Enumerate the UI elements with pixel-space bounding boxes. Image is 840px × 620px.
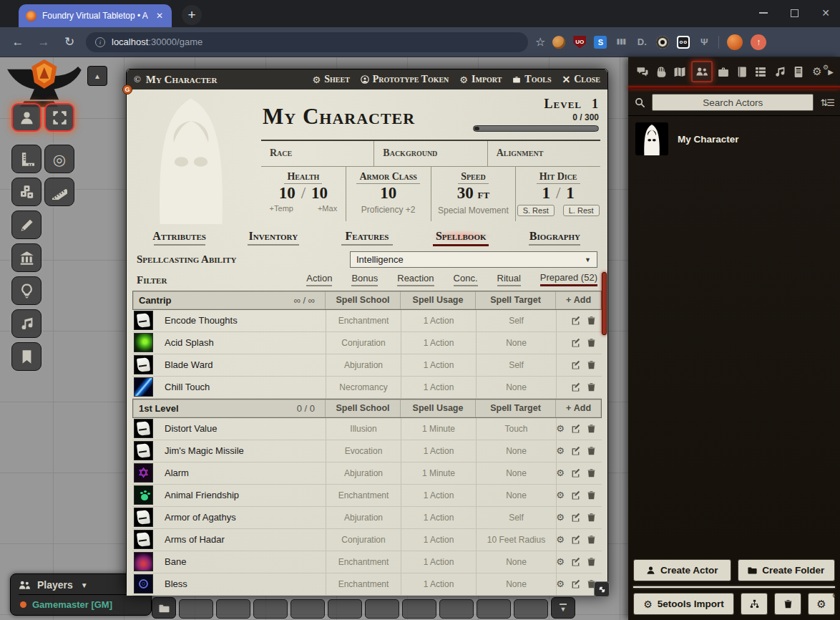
spell-row[interactable]: ✡ Alarm Abjuration 1 Minute None ⚙: [132, 462, 602, 485]
tab-compendium[interactable]: [791, 66, 806, 78]
tab-items[interactable]: [716, 66, 731, 78]
close-window-icon[interactable]: ✕: [821, 8, 830, 18]
delete-icon[interactable]: [587, 316, 596, 325]
5etools-import-button[interactable]: ⚙ 5etools Import: [633, 593, 734, 615]
armor-value[interactable]: 10: [346, 184, 431, 203]
filter-action[interactable]: Action: [306, 273, 332, 286]
spell-icon-scroll[interactable]: [134, 530, 153, 549]
health-values[interactable]: 10/10: [261, 184, 346, 203]
edit-icon[interactable]: [571, 424, 580, 433]
profile-avatar[interactable]: [727, 34, 743, 50]
close-sheet-button[interactable]: ✕ Close: [562, 74, 600, 86]
maximize-icon[interactable]: [791, 9, 799, 17]
search-actors-input[interactable]: [652, 94, 814, 111]
sheet-titlebar[interactable]: © My Character ⚙ Sheet Prototype Token ⚙…: [127, 69, 607, 89]
fork-extension-icon[interactable]: Ψ: [698, 36, 710, 49]
tab-scenes[interactable]: [672, 66, 688, 78]
window-resize-handle[interactable]: [594, 581, 610, 597]
browser-tab[interactable]: Foundry Virtual Tabletop • A Stan ✕: [19, 4, 172, 27]
url-bar[interactable]: i localhost:30000/game: [86, 32, 528, 52]
spellcasting-ability-select[interactable]: Intelligence ▼: [350, 251, 597, 268]
eye-extension-icon[interactable]: [656, 36, 669, 49]
macro-slot[interactable]: [514, 599, 548, 619]
edit-icon[interactable]: [571, 468, 580, 478]
spell-row[interactable]: Blade Ward Abjuration 1 Action Self: [132, 354, 602, 377]
actor-list-item[interactable]: My Character: [628, 116, 840, 162]
speed-value[interactable]: 30 ft: [431, 184, 516, 203]
dice-tool-button[interactable]: [11, 178, 41, 206]
prototype-token-button[interactable]: Prototype Token: [361, 74, 449, 85]
tab-journal[interactable]: [734, 66, 750, 78]
spell-icon-scroll[interactable]: [134, 508, 153, 527]
race-field[interactable]: Race: [261, 141, 373, 166]
spell-row[interactable]: Jim's Magic Missile Evocation 1 Action N…: [132, 440, 602, 462]
spell-row[interactable]: Encode Thoughts Enchantment 1 Action Sel…: [132, 310, 602, 332]
ruler-tool-button[interactable]: [11, 145, 41, 173]
nav-collapse-button[interactable]: ▲: [87, 66, 107, 86]
filter-bonus[interactable]: Bonus: [351, 273, 378, 286]
macro-slot[interactable]: [402, 599, 436, 619]
prepare-gear-icon[interactable]: ⚙: [556, 513, 565, 522]
spell-icon-acid-splash[interactable]: [134, 333, 153, 352]
macro-slot[interactable]: [290, 599, 325, 619]
macro-slot[interactable]: [365, 599, 399, 619]
delete-icon[interactable]: [587, 338, 596, 347]
add-spell-button[interactable]: + Add: [555, 399, 601, 417]
tab-inventory[interactable]: Inventory: [226, 230, 320, 246]
site-info-icon[interactable]: i: [95, 37, 105, 47]
edit-icon[interactable]: [571, 382, 580, 392]
macro-slot[interactable]: [253, 599, 288, 619]
spell-icon-scroll[interactable]: [134, 355, 153, 374]
game-canvas[interactable]: ▲ ◎: [0, 57, 840, 620]
spell-list-scrollbar[interactable]: [602, 272, 607, 335]
macro-slot[interactable]: [439, 599, 474, 619]
filter-concentration[interactable]: Conc.: [454, 273, 478, 286]
minimize-icon[interactable]: [759, 12, 768, 14]
s-extension-icon[interactable]: S: [594, 36, 607, 49]
delete-icon[interactable]: [587, 557, 596, 566]
bullseye-tool-button[interactable]: ◎: [44, 145, 74, 173]
section-uses[interactable]: 0 / 0: [297, 403, 325, 414]
tab-spellbook[interactable]: Spellbook: [414, 230, 508, 246]
back-icon[interactable]: ←: [9, 35, 27, 49]
background-field[interactable]: Background: [373, 141, 487, 166]
spell-icon-scroll[interactable]: [134, 441, 153, 460]
filter-reaction[interactable]: Reaction: [397, 273, 434, 286]
spell-row[interactable]: Animal Friendship Enchantment 1 Action N…: [132, 485, 602, 507]
edit-icon[interactable]: [571, 490, 580, 500]
spell-row[interactable]: Arms of Hadar Conjuration 1 Action 10 Fe…: [132, 529, 602, 551]
filter-ritual[interactable]: Ritual: [497, 273, 521, 286]
spell-icon-scroll[interactable]: [134, 311, 153, 330]
spell-icon-bane-wisps[interactable]: [134, 552, 153, 571]
sheet-config-button[interactable]: ⚙ Sheet: [313, 74, 350, 85]
spell-row[interactable]: Chill Touch Necromancy 1 Action None: [132, 377, 602, 399]
tab-playlists[interactable]: [772, 66, 788, 78]
spell-row[interactable]: Distort Value Illusion 1 Minute Touch ⚙: [132, 418, 602, 440]
browser-update-icon[interactable]: ↑: [751, 34, 766, 50]
tab-attributes[interactable]: Attributes: [132, 230, 226, 246]
hotbar-page-button[interactable]: ▼: [551, 597, 575, 619]
spell-row[interactable]: Armor of Agathys Abjuration 1 Action Sel…: [132, 507, 602, 529]
forward-icon[interactable]: →: [34, 35, 53, 49]
prepare-gear-icon[interactable]: ⚙: [556, 424, 565, 433]
tab-settings[interactable]: ⚙⚙: [809, 65, 825, 78]
prepare-gear-icon[interactable]: ⚙: [556, 557, 565, 566]
delete-icon[interactable]: [587, 535, 596, 544]
tab-biography[interactable]: Biography: [508, 230, 602, 246]
tab-chat[interactable]: [635, 66, 650, 78]
token-controls-button[interactable]: [11, 103, 41, 132]
edit-icon[interactable]: [571, 316, 580, 325]
lighting-tool-button[interactable]: [11, 276, 41, 305]
spell-icon-scroll[interactable]: [134, 419, 153, 438]
settings-button[interactable]: ⚙⚙: [808, 593, 835, 615]
cookie-extension-icon[interactable]: [552, 36, 565, 49]
dice-tray-extension-icon[interactable]: oo: [677, 36, 690, 49]
delete-icon[interactable]: [587, 468, 596, 478]
import-button[interactable]: ⚙ Import: [459, 74, 502, 85]
edit-icon[interactable]: [571, 360, 580, 369]
alignment-field[interactable]: Alignment: [487, 141, 600, 166]
short-rest-button[interactable]: S. Rest: [517, 205, 555, 216]
sliders-extension-icon[interactable]: ⦀⦀⦀: [615, 36, 627, 49]
edit-icon[interactable]: [571, 535, 580, 544]
folder-tree-button[interactable]: [741, 593, 768, 615]
